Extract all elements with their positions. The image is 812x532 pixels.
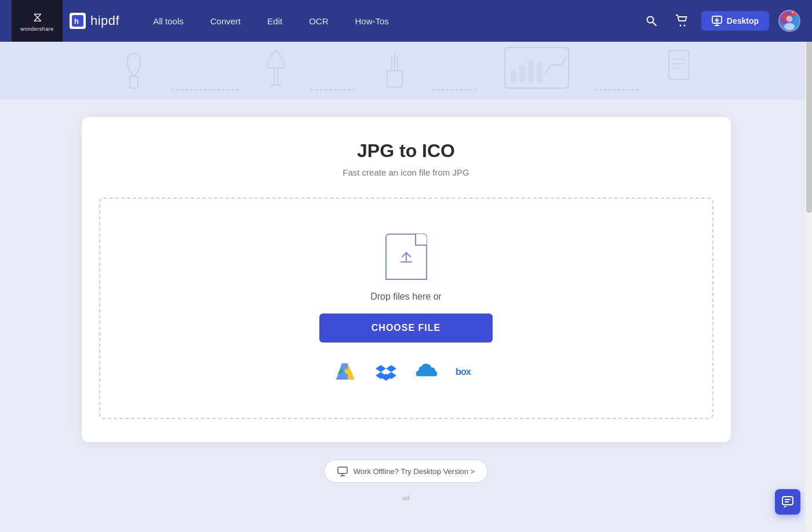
onedrive-button[interactable] <box>415 360 438 383</box>
wondershare-icon: ⧖ <box>33 10 42 25</box>
svg-rect-15 <box>274 68 278 85</box>
nav-convert[interactable]: Convert <box>200 12 252 31</box>
svg-rect-38 <box>338 467 347 473</box>
offline-banner[interactable]: Work Offline? Try Desktop Version > <box>324 460 488 483</box>
svg-line-3 <box>653 23 656 26</box>
dropzone[interactable]: Drop files here or CHOOSE FILE <box>99 198 713 419</box>
svg-point-5 <box>683 25 685 27</box>
svg-rect-13 <box>130 76 138 88</box>
wondershare-brand[interactable]: ⧖ wondershare <box>12 0 63 42</box>
svg-rect-29 <box>669 50 689 79</box>
svg-rect-25 <box>519 65 525 82</box>
upload-icon <box>385 234 427 280</box>
svg-rect-27 <box>537 62 542 82</box>
svg-rect-26 <box>528 59 534 82</box>
pro-badge: Pro <box>791 10 800 15</box>
navbar-actions: Desktop Pro <box>641 10 800 32</box>
dropbox-button[interactable] <box>374 360 398 383</box>
desktop-button[interactable]: Desktop <box>701 11 769 31</box>
cloud-sources: box <box>334 360 479 383</box>
chat-button[interactable] <box>775 489 800 515</box>
svg-rect-24 <box>511 71 516 82</box>
hero-illustration <box>119 45 693 97</box>
ad-label: ad <box>402 494 409 501</box>
tool-subtitle: Fast create an icon file from JPG <box>99 167 713 177</box>
user-avatar[interactable]: Pro <box>778 10 800 32</box>
navbar: ⧖ wondershare h hipdf All tools Convert … <box>0 0 812 42</box>
nav-ocr[interactable]: OCR <box>298 12 338 31</box>
nav-edit[interactable]: Edit <box>257 12 293 31</box>
svg-point-12 <box>784 23 795 31</box>
tool-card: JPG to ICO Fast create an icon file from… <box>82 117 731 442</box>
offline-text: Work Offline? Try Desktop Version > <box>354 467 475 476</box>
hipdf-icon: h <box>70 13 86 29</box>
svg-point-11 <box>786 16 793 22</box>
tool-title: JPG to ICO <box>99 140 713 162</box>
hipdf-logo[interactable]: h hipdf <box>70 13 119 29</box>
svg-rect-41 <box>782 497 793 505</box>
svg-text:h: h <box>74 17 79 25</box>
scrollbar[interactable] <box>805 0 812 532</box>
box-button[interactable]: box <box>456 360 479 383</box>
svg-rect-18 <box>387 71 402 87</box>
wondershare-label: wondershare <box>20 26 54 32</box>
desktop-btn-label: Desktop <box>727 16 759 25</box>
drop-text: Drop files here or <box>370 291 442 302</box>
main-content: JPG to ICO Fast create an icon file from… <box>0 100 812 524</box>
search-button[interactable] <box>641 10 662 31</box>
nav-how-tos[interactable]: How-Tos <box>344 12 399 31</box>
svg-text:box: box <box>456 367 471 377</box>
svg-point-4 <box>679 25 681 27</box>
nav-links: All tools Convert Edit OCR How-Tos <box>143 12 641 31</box>
cart-button[interactable] <box>671 10 692 31</box>
hero-banner <box>0 42 812 100</box>
google-drive-button[interactable] <box>334 360 357 383</box>
hipdf-text: hipdf <box>90 13 119 28</box>
nav-all-tools[interactable]: All tools <box>143 12 194 31</box>
choose-file-button[interactable]: CHOOSE FILE <box>319 314 493 342</box>
